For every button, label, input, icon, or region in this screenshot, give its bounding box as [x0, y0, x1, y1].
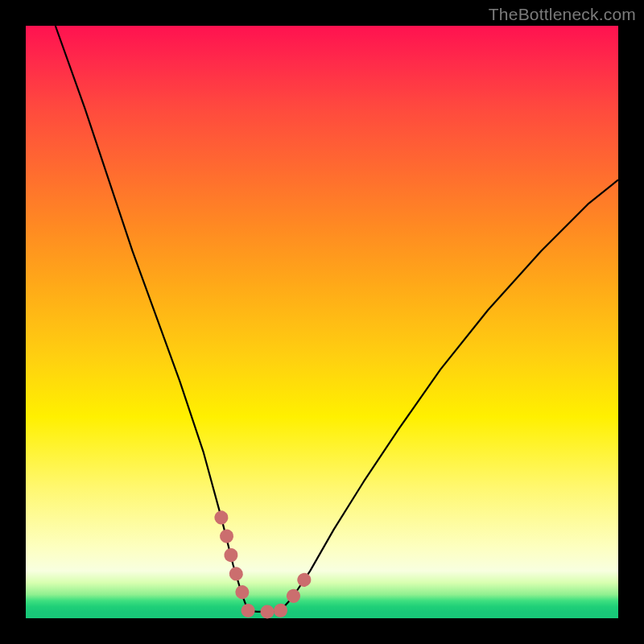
- series-marker-right-ascent: [280, 580, 303, 610]
- watermark-text: TheBottleneck.com: [489, 5, 636, 24]
- chart-curves: [26, 26, 618, 618]
- series-right-branch: [280, 180, 618, 610]
- series-marker-left-descent: [221, 518, 248, 611]
- chart-frame: TheBottleneck.com: [0, 0, 644, 644]
